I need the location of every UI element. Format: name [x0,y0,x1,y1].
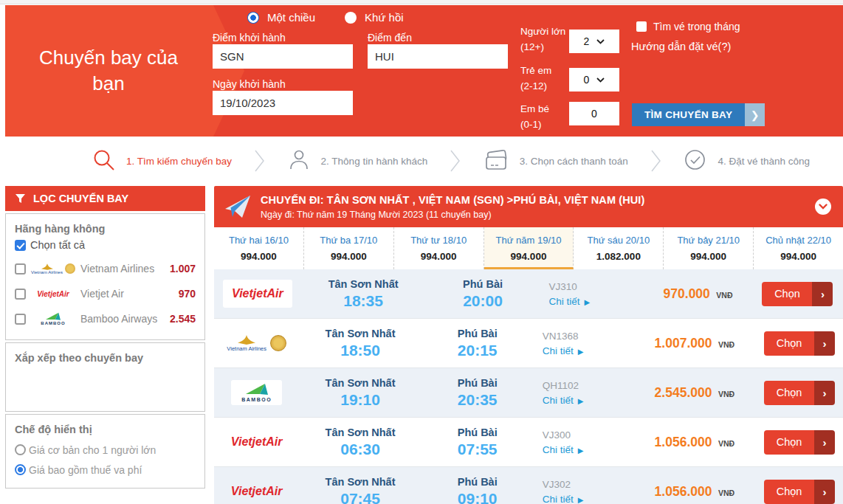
chevron-separator-icon [427,148,484,173]
skytrax-badge [270,335,286,351]
display-options-list: Giá cơ bản cho 1 người lớn Giá bao gồm t… [15,440,196,480]
airline-filter-row[interactable]: Vietnam Airlines Vietnam Airlines 1.007 [15,256,196,281]
display-option-label: Giá bao gồm thuế va phí [29,464,142,476]
date-input[interactable] [213,91,353,115]
round-trip-radio[interactable]: Khứ hồi [345,11,404,24]
progress-steps: 1. Tìm kiếm chuyến bay 2. Thông tin hành… [0,137,843,185]
date-tab-day: Thứ bảy 21/10 [664,235,753,246]
date-tab-day: Thứ sáu 20/10 [574,235,663,246]
search-flights-button[interactable]: TÌM CHUYẾN BAY ❯ [632,103,765,126]
flight-row: VietjetAir Tân Sơn Nhất 18:35 Phú Bài 20… [214,269,843,319]
airlines-filter-box: Hãng hàng không Chọn tất cả Vietnam Airl… [5,213,205,340]
departure-city: Tân Sơn Nhất [299,377,421,389]
detail-link[interactable]: Chi tiết▶ [549,296,664,307]
chevron-down-icon [596,39,605,44]
airline-logo: VietjetAir [32,290,75,298]
sort-option[interactable] [25,382,196,388]
booking-guide-link[interactable]: Hướng dẫn đặt vé(?) [631,41,731,52]
airline-filter-row[interactable]: VietjetAir Vietjet Air 970 [15,281,196,306]
chevron-right-icon: › [814,480,835,504]
sort-option[interactable] [25,368,196,375]
select-flight-button[interactable]: Chọn › [764,430,835,455]
airline-min-price: 2.545 [170,313,196,325]
date-tab-day: Thứ ba 17/10 [304,235,393,246]
collapse-results-button[interactable] [815,199,831,215]
adults-select[interactable]: 2 [569,30,619,53]
radio-icon[interactable] [345,12,357,24]
one-way-label: Một chiều [267,11,315,24]
date-tab[interactable]: Thứ ba 17/10 994.000 [304,227,394,269]
results-header-text: CHUYẾN ĐI: TÂN SƠN NHẤT , VIỆT NAM (SGN)… [261,194,644,220]
airline-min-price: 970 [179,288,196,300]
display-option[interactable]: Giá bao gồm thuế va phí [15,460,196,480]
date-tab[interactable]: Thứ năm 19/10 994.000 [484,227,574,269]
checkbox-icon[interactable] [15,289,26,300]
month-search-checkbox[interactable]: Tìm vé trong tháng [636,21,740,32]
step-item[interactable]: 1. Tìm kiếm chuyến bay [92,148,232,173]
radio-icon[interactable] [247,12,259,24]
display-option[interactable]: Giá cơ bản cho 1 người lớn [15,440,196,460]
vietnam-airlines-logo: Vietnam Airlines [31,263,75,275]
detail-link[interactable]: Chi tiết▶ [543,395,655,406]
select-flight-button[interactable]: Chọn › [764,331,835,356]
destination-input[interactable] [368,44,508,69]
select-flight-button[interactable]: Chọn › [764,480,835,504]
currency-label: VNĐ [716,291,732,300]
children-select[interactable]: 0 [569,68,619,92]
bamboo-logo: BAMBOO [231,380,282,405]
step-item[interactable]: 2. Thông tin hành khách [288,148,428,173]
checkbox-icon[interactable] [15,314,26,325]
step-label: 1. Tìm kiếm chuyến bay [126,156,232,167]
radio-icon[interactable] [15,444,26,455]
search-icon [92,148,115,173]
action-cell: Chọn › [749,480,843,504]
paper-plane-icon [224,195,251,218]
date-tab[interactable]: Thứ hai 16/10 994.000 [214,227,304,269]
date-tab-price: 994.000 [304,251,393,262]
detail-link[interactable]: Chi tiết▶ [543,345,655,356]
step-label: 2. Thông tin hành khách [321,156,428,167]
panel-title-text: Chuyến bay của bạn [26,45,191,97]
checkbox-icon[interactable] [15,263,26,275]
sort-heading: Xắp xếp theo chuyến bay [15,352,196,364]
date-tab[interactable]: Chủ nhật 22/10 994.000 [754,227,843,269]
checkbox-icon[interactable] [15,240,26,251]
radio-icon[interactable] [15,464,26,475]
trip-title: CHUYẾN ĐI: TÂN SƠN NHẤT , VIỆT NAM (SGN)… [261,194,644,206]
sort-option[interactable] [25,395,196,401]
date-tab-price: 1.082.000 [574,251,663,262]
departure-label: Điểm khởi hành [213,32,286,44]
select-all-checkbox[interactable]: Chọn tất cả [15,239,196,251]
departure-input[interactable] [213,44,353,69]
filter-sidebar: LỌC CHUYẾN BAY Hãng hàng không Chọn tất … [5,186,205,489]
departure-city: Tân Sơn Nhất [299,427,421,438]
step-item[interactable]: 3. Chọn cách thanh toán [484,149,628,173]
flight-row: VietjetAir Tân Sơn Nhất 07:45 Phú Bài 09… [214,467,843,504]
date-tab[interactable]: Thứ bảy 21/10 994.000 [664,227,754,269]
date-tab[interactable]: Thứ sáu 20/10 1.082.000 [574,227,664,269]
select-flight-button[interactable]: Chọn › [764,381,835,405]
chevron-right-icon: ❯ [745,103,765,126]
vietjet-logo: VietjetAir [223,280,292,308]
date-tab[interactable]: Thứ tư 18/10 994.000 [394,227,484,269]
display-option-label: Giá cơ bản cho 1 người lớn [29,444,156,456]
date-tab-price: 994.000 [394,251,484,262]
step-item[interactable]: 4. Đặt vé thành công [684,148,810,173]
select-flight-button[interactable]: Chọn › [762,282,833,306]
departure-cell: Tân Sơn Nhất 19:10 [299,377,421,409]
checkbox-icon[interactable] [636,21,647,32]
date-label: Ngày khởi hành [213,78,286,90]
detail-link[interactable]: Chi tiết▶ [543,444,655,455]
sort-option[interactable] [25,388,196,395]
date-tab-day: Chủ nhật 22/10 [754,235,843,246]
one-way-radio[interactable]: Một chiều [247,11,315,24]
chevron-right-icon: › [814,381,835,405]
filter-header: LỌC CHUYẾN BAY [5,186,205,211]
airline-filter-row[interactable]: BAMBOO Bamboo Airways 2.545 [15,306,196,331]
infants-input[interactable] [569,102,619,125]
vietjet-logo: VietjetAir [222,477,292,504]
detail-link[interactable]: Chi tiết▶ [543,494,655,504]
sort-option[interactable] [25,375,196,382]
airline-min-price: 1.007 [170,263,196,275]
search-header: Chuyến bay của bạn Một chiều Khứ hồi Điể… [5,5,843,137]
